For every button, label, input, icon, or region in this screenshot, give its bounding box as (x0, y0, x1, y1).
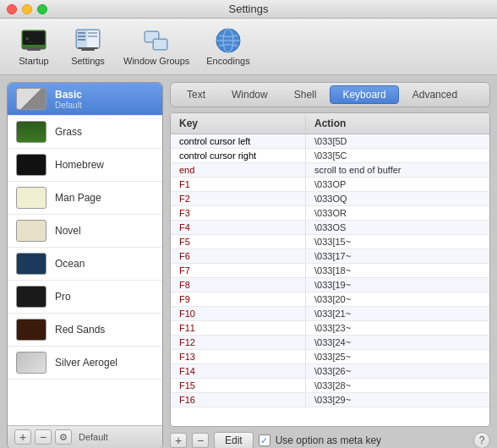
tab-advanced[interactable]: Advanced (400, 85, 470, 104)
remove-profile-button[interactable]: − (35, 429, 52, 445)
item-name-basic: Basic (55, 89, 82, 101)
cell-action: \033[20~ (306, 292, 489, 306)
window-controls (7, 4, 47, 14)
window-title: Settings (229, 3, 269, 15)
svg-rect-8 (78, 32, 85, 34)
table-row[interactable]: F8 \033[19~ (171, 278, 489, 292)
svg-rect-11 (88, 32, 97, 34)
item-sub-basic: Default (55, 101, 82, 110)
table-row[interactable]: F4 \033OS (171, 221, 489, 235)
cell-action: \033[28~ (306, 379, 489, 392)
svg-text:>_: >_ (25, 36, 33, 42)
table-row[interactable]: F1 \033OP (171, 178, 489, 192)
settings-label: Settings (71, 56, 105, 66)
table-row[interactable]: F12 \033[24~ (171, 336, 489, 350)
minimize-button[interactable] (22, 4, 32, 14)
remove-key-button[interactable]: − (192, 433, 209, 448)
add-key-button[interactable]: + (170, 433, 187, 448)
help-button[interactable]: ? (473, 432, 490, 448)
table-row[interactable]: F3 \033OR (171, 206, 489, 221)
toolbar-window-groups[interactable]: Window Groups (117, 24, 196, 69)
sidebar-item-pro[interactable]: Pro (8, 281, 162, 314)
table-row[interactable]: F7 \033[18~ (171, 264, 489, 278)
table-row[interactable]: F16 \033[29~ (171, 393, 489, 407)
window-groups-label: Window Groups (123, 56, 189, 66)
cell-key: F15 (171, 379, 306, 392)
sidebar-item-novel[interactable]: Novel (8, 215, 162, 248)
gear-button[interactable]: ⚙ (55, 429, 72, 445)
item-thumbnail-ocean (16, 253, 46, 275)
table-row[interactable]: F6 \033[17~ (171, 249, 489, 264)
keyboard-table: Key Action control cursor left \033[5D c… (170, 112, 490, 427)
tab-shell[interactable]: Shell (281, 85, 330, 104)
table-row[interactable]: F14 \033[26~ (171, 364, 489, 379)
cell-key: F11 (171, 321, 306, 335)
meta-key-checkbox[interactable] (259, 434, 270, 446)
table-row[interactable]: F10 \033[21~ (171, 307, 489, 321)
close-button[interactable] (7, 4, 17, 14)
item-info-ocean: Ocean (55, 258, 85, 270)
cell-action: \033OS (306, 221, 489, 234)
svg-rect-3 (27, 49, 41, 51)
table-row[interactable]: F5 \033[15~ (171, 235, 489, 249)
tab-keyboard[interactable]: Keyboard (330, 85, 398, 104)
settings-icon (74, 27, 101, 54)
item-info-novel: Novel (55, 225, 81, 237)
tab-window[interactable]: Window (219, 85, 281, 104)
add-profile-button[interactable]: + (14, 429, 31, 445)
table-row[interactable]: F15 \033[28~ (171, 379, 489, 393)
maximize-button[interactable] (37, 4, 47, 14)
cell-key: F9 (171, 292, 306, 306)
cell-key: control cursor left (171, 134, 306, 148)
sidebar-item-man-page[interactable]: Man Page (8, 182, 162, 215)
table-row[interactable]: F2 \033OQ (171, 192, 489, 206)
cell-key: F10 (171, 307, 306, 320)
table-row[interactable]: F11 \033[23~ (171, 321, 489, 336)
item-info-basic: Basic Default (55, 89, 82, 110)
table-row[interactable]: control cursor left \033[5D (171, 134, 489, 149)
item-info-silver-aerogel: Silver Aerogel (55, 357, 117, 369)
table-row[interactable]: F13 \033[25~ (171, 350, 489, 364)
sidebar-item-basic[interactable]: Basic Default (8, 83, 162, 116)
table-row[interactable]: F9 \033[20~ (171, 292, 489, 307)
cell-key: F13 (171, 350, 306, 363)
cell-action: \033[26~ (306, 364, 489, 378)
item-thumbnail-homebrew (16, 154, 46, 176)
item-info-man-page: Man Page (55, 192, 101, 204)
table-body: control cursor left \033[5D control curs… (171, 134, 489, 426)
toolbar-startup[interactable]: >_ Startup (8, 24, 59, 69)
cell-key: F12 (171, 336, 306, 349)
sidebar-item-grass[interactable]: Grass (8, 116, 162, 149)
edit-button[interactable]: Edit (214, 432, 254, 448)
item-info-red-sands: Red Sands (55, 324, 105, 336)
cell-action: \033[25~ (306, 350, 489, 363)
right-panel: TextWindowShellKeyboardAdvanced Key Acti… (170, 82, 490, 448)
toolbar-settings[interactable]: Settings (63, 24, 113, 69)
item-name-red-sands: Red Sands (55, 324, 105, 336)
item-thumbnail-man-page (16, 187, 46, 209)
item-thumbnail-basic (16, 88, 46, 110)
sidebar-item-homebrew[interactable]: Homebrew (8, 149, 162, 182)
cell-key: F8 (171, 278, 306, 292)
item-name-homebrew: Homebrew (55, 159, 104, 171)
svg-rect-13 (81, 49, 95, 51)
sidebar-item-ocean[interactable]: Ocean (8, 248, 162, 281)
startup-icon: >_ (20, 27, 47, 54)
svg-rect-10 (78, 39, 85, 41)
cell-key: F16 (171, 393, 306, 407)
sidebar-item-silver-aerogel[interactable]: Silver Aerogel (8, 347, 162, 380)
bottom-controls: + − Edit Use option as meta key ? (170, 432, 490, 448)
item-name-ocean: Ocean (55, 258, 85, 270)
item-thumbnail-grass (16, 121, 46, 143)
table-row[interactable]: end scroll to end of buffer (171, 163, 489, 178)
toolbar-encodings[interactable]: Encodings (199, 24, 256, 69)
cell-action: \033[5C (306, 149, 489, 162)
svg-rect-12 (88, 36, 97, 37)
cell-action: \033OP (306, 178, 489, 191)
sidebar-item-red-sands[interactable]: Red Sands (8, 314, 162, 347)
tab-text[interactable]: Text (174, 85, 218, 104)
cell-key: F6 (171, 249, 306, 263)
item-name-man-page: Man Page (55, 192, 101, 204)
table-row[interactable]: control cursor right \033[5C (171, 149, 489, 163)
table-header: Key Action (171, 113, 489, 134)
